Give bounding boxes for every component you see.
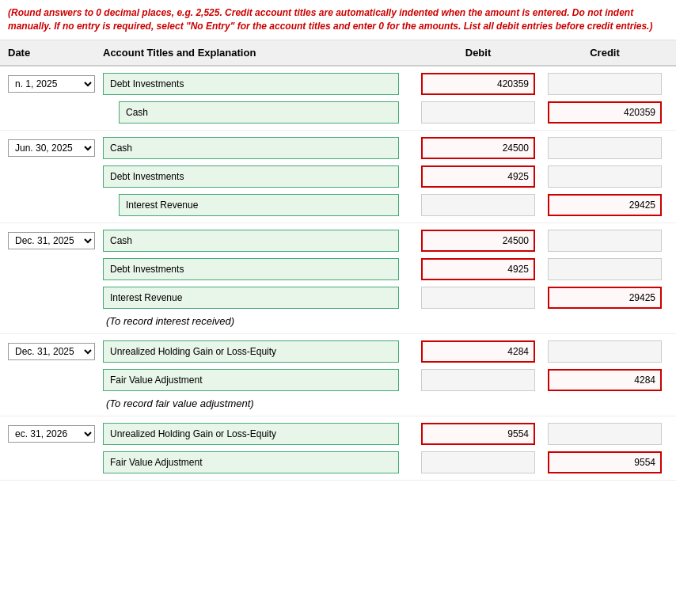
debit-input[interactable] xyxy=(421,369,535,391)
account-cell xyxy=(103,101,415,124)
debit-input[interactable] xyxy=(421,423,535,445)
date-select[interactable]: n. 1, 2025 xyxy=(8,75,95,93)
account-input[interactable] xyxy=(103,369,399,391)
credit-input[interactable] xyxy=(548,340,662,363)
debit-cell xyxy=(415,287,541,309)
credit-input[interactable] xyxy=(548,258,662,280)
journal-row xyxy=(0,98,676,127)
journal-row: n. 1, 2025 xyxy=(0,70,676,98)
debit-cell xyxy=(415,137,541,159)
credit-cell xyxy=(541,423,668,445)
account-input[interactable] xyxy=(103,423,399,445)
account-input[interactable] xyxy=(119,194,399,216)
debit-input[interactable] xyxy=(421,73,535,95)
account-input[interactable] xyxy=(119,101,399,124)
debit-cell xyxy=(415,73,541,95)
account-cell xyxy=(103,194,415,216)
date-select[interactable]: ec. 31, 2026 xyxy=(8,425,95,443)
account-cell xyxy=(103,369,415,391)
debit-input[interactable] xyxy=(421,230,535,252)
debit-input[interactable] xyxy=(421,165,535,188)
journal-row: Dec. 31, 2025 xyxy=(0,226,676,255)
instruction-text: (Round answers to 0 decimal places, e.g.… xyxy=(0,0,676,40)
credit-cell xyxy=(541,340,668,363)
credit-input[interactable] xyxy=(548,73,662,95)
journal-row xyxy=(0,162,676,191)
date-select[interactable]: Dec. 31, 2025 xyxy=(8,232,95,249)
journal-section-3: Dec. 31, 2025(To record fair value adjus… xyxy=(0,334,676,416)
date-cell: Jun. 30, 2025 xyxy=(8,139,103,157)
credit-cell xyxy=(541,194,668,216)
date-cell: Dec. 31, 2025 xyxy=(8,232,103,249)
credit-input[interactable] xyxy=(548,230,662,252)
debit-cell xyxy=(415,101,541,124)
account-input[interactable] xyxy=(103,340,399,363)
debit-cell xyxy=(415,258,541,280)
credit-input[interactable] xyxy=(548,369,662,391)
account-input[interactable] xyxy=(103,73,399,95)
debit-cell xyxy=(415,451,541,473)
credit-input[interactable] xyxy=(548,423,662,445)
credit-input[interactable] xyxy=(548,165,662,188)
account-cell xyxy=(103,340,415,363)
col-account-header: Account Titles and Explanation xyxy=(103,47,415,59)
credit-cell xyxy=(541,451,668,473)
date-select[interactable]: Jun. 30, 2025 xyxy=(8,139,95,157)
credit-input[interactable] xyxy=(548,194,662,216)
credit-input[interactable] xyxy=(548,137,662,159)
credit-cell xyxy=(541,165,668,188)
debit-cell xyxy=(415,340,541,363)
date-select[interactable]: Dec. 31, 2025 xyxy=(8,343,95,360)
debit-input[interactable] xyxy=(421,101,535,124)
credit-input[interactable] xyxy=(548,287,662,309)
credit-cell xyxy=(541,258,668,280)
debit-input[interactable] xyxy=(421,451,535,473)
credit-cell xyxy=(541,230,668,252)
journal-row xyxy=(0,366,676,394)
debit-input[interactable] xyxy=(421,194,535,216)
date-cell: ec. 31, 2026 xyxy=(8,425,103,443)
account-cell xyxy=(103,165,415,188)
note-row: (To record fair value adjustment) xyxy=(0,394,676,413)
journal-section-4: ec. 31, 2026 xyxy=(0,416,676,481)
debit-input[interactable] xyxy=(421,287,535,309)
journal-section-1: Jun. 30, 2025 xyxy=(0,131,676,223)
credit-input[interactable] xyxy=(548,451,662,473)
account-input[interactable] xyxy=(103,230,399,252)
debit-input[interactable] xyxy=(421,340,535,363)
debit-input[interactable] xyxy=(421,258,535,280)
credit-input[interactable] xyxy=(548,101,662,124)
debit-cell xyxy=(415,230,541,252)
debit-cell xyxy=(415,369,541,391)
journal-row: Dec. 31, 2025 xyxy=(0,337,676,366)
account-cell xyxy=(103,451,415,473)
account-input[interactable] xyxy=(103,165,399,188)
credit-cell xyxy=(541,369,668,391)
account-cell xyxy=(103,423,415,445)
debit-input[interactable] xyxy=(421,137,535,159)
account-cell xyxy=(103,287,415,309)
account-input[interactable] xyxy=(103,137,399,159)
journal-row xyxy=(0,255,676,283)
col-credit-header: Credit xyxy=(541,47,668,59)
journal-container: n. 1, 2025Jun. 30, 2025Dec. 31, 2025(To … xyxy=(0,67,676,481)
journal-section-2: Dec. 31, 2025(To record interest receive… xyxy=(0,223,676,334)
journal-row: Jun. 30, 2025 xyxy=(0,134,676,162)
journal-row xyxy=(0,448,676,477)
account-input[interactable] xyxy=(103,451,399,473)
credit-cell xyxy=(541,73,668,95)
account-input[interactable] xyxy=(103,258,399,280)
note-row: (To record interest received) xyxy=(0,312,676,330)
credit-cell xyxy=(541,137,668,159)
account-input[interactable] xyxy=(103,287,399,309)
col-debit-header: Debit xyxy=(415,47,541,59)
credit-cell xyxy=(541,101,668,124)
account-cell xyxy=(103,73,415,95)
date-cell: Dec. 31, 2025 xyxy=(8,343,103,360)
journal-row xyxy=(0,283,676,312)
date-cell: n. 1, 2025 xyxy=(8,75,103,93)
journal-row: ec. 31, 2026 xyxy=(0,420,676,448)
credit-cell xyxy=(541,287,668,309)
debit-cell xyxy=(415,165,541,188)
note-text: (To record interest received) xyxy=(103,315,415,327)
